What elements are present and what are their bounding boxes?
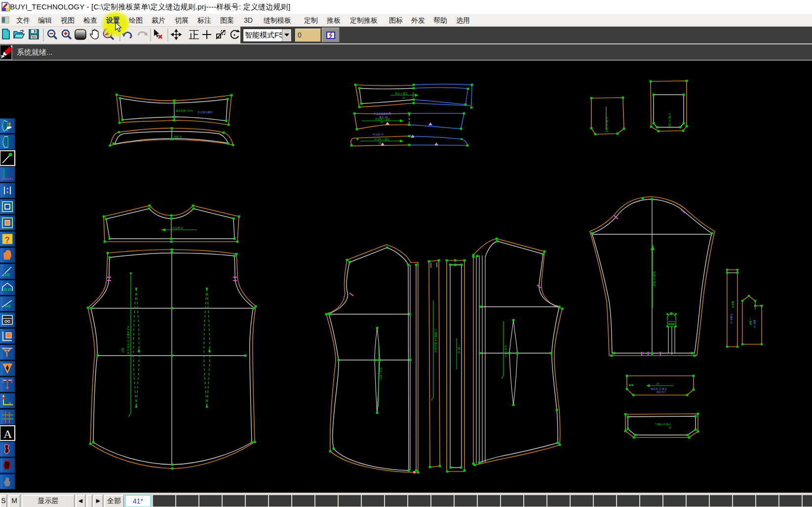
svg-text:领座 x1: 领座 x1 bbox=[174, 135, 182, 138]
svg-text:2X: 2X bbox=[669, 427, 672, 429]
svg-text:口袋 x1 缝边: 口袋 x1 缝边 bbox=[668, 113, 671, 129]
svg-text:补边条 + 缝边: 补边条 + 缝边 bbox=[374, 138, 389, 141]
svg-text:2X: 2X bbox=[381, 121, 384, 124]
svg-text:袖衩条: 袖衩条 bbox=[731, 301, 735, 308]
svg-text:袖衩 x2: 袖衩 x2 bbox=[753, 320, 756, 328]
svg-text:小袖衩: 小袖衩 bbox=[749, 318, 752, 326]
svg-text:补边条宽度设置: 补边条宽度设置 bbox=[374, 112, 391, 115]
svg-text:补边条 x2: 补边条 x2 bbox=[373, 133, 384, 136]
svg-text:大袖衩 x2: 大袖衩 x2 bbox=[730, 313, 733, 324]
svg-text:后过肩 x2: 后过肩 x2 bbox=[172, 226, 183, 229]
svg-text:收省 1.5cm: 收省 1.5cm bbox=[380, 367, 383, 380]
svg-text:大人体前片 17号车位 W: 大人体前片 17号车位 W bbox=[126, 326, 130, 355]
svg-text:补边 + 缝边: 补边 + 缝边 bbox=[395, 92, 408, 95]
svg-text:2X: 2X bbox=[402, 97, 405, 99]
svg-text:2X: 2X bbox=[657, 383, 659, 385]
svg-text:口袋 x1 缝边: 口袋 x1 缝边 bbox=[605, 117, 609, 133]
svg-text:定义缝边规则: 定义缝边规则 bbox=[197, 110, 212, 114]
svg-text:x: x bbox=[9, 400, 11, 405]
svg-text:?: ? bbox=[5, 236, 10, 244]
svg-text:短袖 x2 缝边: 短袖 x2 缝边 bbox=[653, 271, 656, 287]
svg-text:补边条 + 缝边: 补边条 + 缝边 bbox=[375, 117, 390, 120]
svg-text:A: A bbox=[3, 428, 12, 440]
svg-text:正: 正 bbox=[189, 29, 199, 41]
svg-text:2X: 2X bbox=[379, 142, 382, 145]
svg-text:缝边宽度 1.0cm: 缝边宽度 1.0cm bbox=[175, 109, 193, 112]
svg-text:后片: 后片 bbox=[121, 348, 124, 354]
svg-text:收省 1.5cm: 收省 1.5cm bbox=[504, 345, 507, 358]
svg-text:下摆贴 x1 缝边: 下摆贴 x1 缝边 bbox=[655, 423, 671, 426]
svg-text:门襟贴 x1 缝边合计: 门襟贴 x1 缝边合计 bbox=[434, 329, 437, 353]
svg-text:缝边合计: 缝边合计 bbox=[656, 390, 666, 394]
svg-text:门襟 x1: 门襟 x1 bbox=[457, 345, 461, 354]
